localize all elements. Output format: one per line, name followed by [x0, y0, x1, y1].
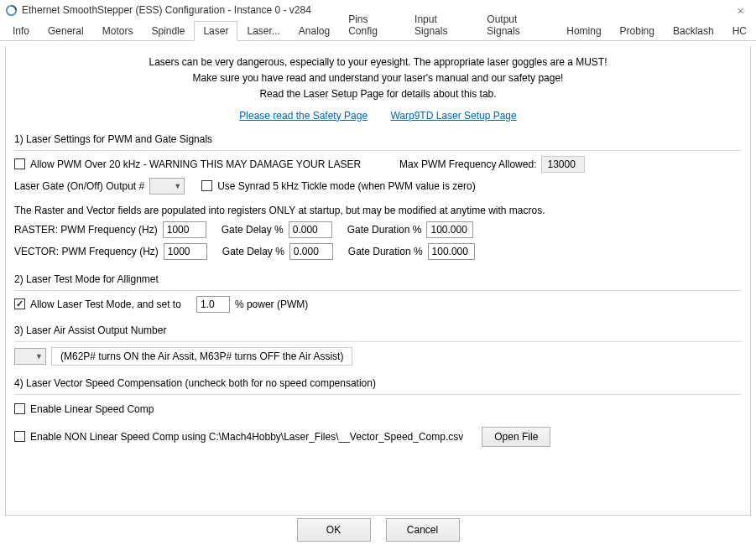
tab-probing[interactable]: Probing — [611, 21, 664, 41]
allow-test-mode-checkbox[interactable] — [14, 298, 25, 309]
vector-gate-delay-input[interactable] — [289, 243, 333, 260]
laser-gate-output-combo[interactable]: ▼ — [149, 178, 185, 195]
section-1-title: 1) Laser Settings for PWM and Gate Signa… — [14, 133, 742, 145]
raster-freq-label: RASTER: PWM Frequency (Hz) — [14, 224, 158, 236]
setup-page-link[interactable]: Warp9TD Laser Setup Page — [390, 110, 516, 122]
open-file-button[interactable]: Open File — [482, 427, 550, 447]
tab-hc[interactable]: HC — [723, 21, 756, 41]
section-2-title: 2) Laser Test Mode for Allignmet — [14, 273, 742, 285]
synrad-tickle-checkbox[interactable] — [201, 180, 212, 191]
tab-input-signals[interactable]: Input Signals — [405, 9, 477, 41]
tab-info[interactable]: Info — [3, 21, 39, 41]
linear-speed-comp-label: Enable Linear Speed Comp — [30, 403, 154, 415]
section-4-title: 4) Laser Vector Speed Compensation (unch… — [14, 377, 742, 389]
section-3-title: 3) Laser Air Assist Output Number — [14, 324, 742, 336]
cancel-button[interactable]: Cancel — [386, 518, 460, 542]
max-pwm-value: 13000 — [541, 156, 585, 173]
window-title: Ethernet SmoothStepper (ESS) Configurati… — [22, 4, 311, 16]
tab-laser[interactable]: Laser — [194, 21, 237, 41]
air-assist-output-combo[interactable]: ▼ — [14, 348, 46, 365]
max-pwm-label: Max PWM Frequency Allowed: — [399, 158, 536, 170]
tab-motors[interactable]: Motors — [93, 21, 143, 41]
laser-tab-content: Lasers can be very dangerous, especially… — [5, 46, 751, 516]
tab-general[interactable]: General — [39, 21, 93, 41]
close-icon[interactable]: × — [730, 3, 751, 18]
vector-gate-delay-label: Gate Delay % — [222, 246, 284, 257]
raster-vector-note: The Raster and Vector fields are populat… — [14, 205, 545, 216]
vector-freq-input[interactable] — [164, 243, 207, 260]
tab-spindle[interactable]: Spindle — [142, 21, 194, 41]
window: Ethernet SmoothStepper (ESS) Configurati… — [0, 0, 756, 545]
raster-gate-delay-label: Gate Delay % — [222, 224, 284, 236]
raster-gate-duration-input[interactable] — [426, 221, 473, 238]
warning-line-2: Make sure you have read and understand y… — [14, 70, 742, 86]
tab-analog[interactable]: Analog — [289, 21, 339, 41]
chevron-down-icon: ▼ — [174, 182, 181, 190]
vector-gate-duration-input[interactable] — [428, 243, 475, 260]
raster-freq-input[interactable] — [163, 221, 206, 238]
air-assist-hint: (M62P# turns ON the Air Assit, M63P# tur… — [60, 350, 343, 362]
tab-output-signals[interactable]: Output Signals — [477, 9, 557, 41]
allow-pwm-over-20khz-label: Allow PWM Over 20 kHz - WARNING THIS MAY… — [30, 158, 361, 170]
raster-gate-duration-label: Gate Duration % — [347, 224, 422, 236]
laser-gate-output-label: Laser Gate (On/Off) Output # — [14, 180, 144, 192]
test-mode-power-input[interactable] — [196, 296, 230, 313]
dialog-buttons: OK Cancel — [0, 518, 756, 542]
nonlinear-speed-comp-label: Enable NON Linear Speed Comp using C:\Ma… — [30, 431, 463, 443]
tab-homing[interactable]: Homing — [557, 21, 610, 41]
tab-strip: Info General Motors Spindle Laser Laser.… — [0, 20, 756, 41]
synrad-tickle-label: Use Synrad 5 kHz Tickle mode (when PWM v… — [217, 180, 475, 192]
allow-pwm-over-20khz-checkbox[interactable] — [14, 158, 25, 169]
vector-freq-label: VECTOR: PWM Frequency (Hz) — [14, 246, 159, 257]
safety-page-link[interactable]: Please read the Safety Page — [239, 110, 368, 122]
test-mode-power-suffix: % power (PWM) — [235, 298, 308, 310]
warning-line-3: Read the Laser Setup Page for details ab… — [14, 86, 742, 102]
tab-pins-config[interactable]: Pins Config — [339, 9, 405, 41]
allow-test-mode-label: Allow Laser Test Mode, and set to — [30, 298, 181, 310]
app-icon — [5, 4, 18, 17]
tab-laser-more[interactable]: Laser... — [237, 21, 289, 41]
tab-backlash[interactable]: Backlash — [664, 21, 723, 41]
linear-speed-comp-checkbox[interactable] — [14, 403, 25, 414]
air-assist-hint-box: (M62P# turns ON the Air Assit, M63P# tur… — [51, 347, 352, 366]
warning-text: Lasers can be very dangerous, especially… — [14, 54, 742, 103]
warning-line-1: Lasers can be very dangerous, especially… — [14, 54, 742, 70]
raster-gate-delay-input[interactable] — [289, 221, 332, 238]
nonlinear-speed-comp-checkbox[interactable] — [14, 431, 25, 442]
chevron-down-icon: ▼ — [35, 352, 43, 361]
vector-gate-duration-label: Gate Duration % — [348, 246, 423, 257]
ok-button[interactable]: OK — [297, 518, 371, 542]
